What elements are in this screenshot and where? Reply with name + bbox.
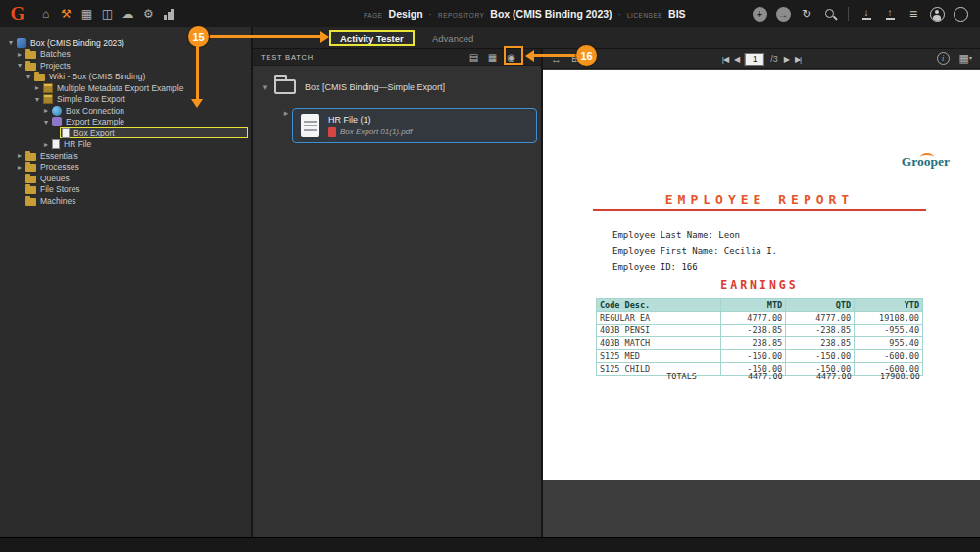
tree-item-simple-box-export[interactable]: ▾ Simple Box Export	[0, 94, 251, 106]
tree-item-processes[interactable]: ▸ Processes	[0, 162, 251, 174]
batch-folder-label: Box [CMIS Binding—Simple Export]	[305, 82, 445, 92]
batches-icon[interactable]: ▦	[76, 3, 97, 25]
view-layout-icon[interactable]: ▦▾	[959, 52, 972, 65]
previous-page-icon[interactable]: ◀	[734, 55, 739, 64]
tree-item-label: HR File	[61, 139, 94, 149]
expander-icon[interactable]: ▸	[32, 83, 42, 92]
toolbar-divider	[848, 7, 849, 21]
batch-structure-icon[interactable]: ▤	[467, 51, 480, 64]
expander-icon[interactable]: ▸	[41, 106, 51, 115]
tree-item-label: Export Example	[63, 117, 127, 126]
help-icon[interactable]	[952, 5, 970, 24]
totals-qtd: 4477.00	[786, 372, 855, 381]
tree-item-export-example[interactable]: ▾ Export Example	[0, 117, 251, 128]
top-actions: + → ↻ ↓ ↑ ≡	[748, 5, 972, 24]
batch-file-row: ▸ HR File (1) Box Export 01(1).pdf	[280, 108, 537, 143]
tab-advanced[interactable]: Advanced	[423, 30, 482, 46]
breadcrumb: PAGE Design · REPOSITORY Box (CMIS Bindi…	[364, 8, 686, 20]
tree-item-label: Batches	[37, 49, 74, 59]
expander-icon[interactable]: ▸	[15, 50, 24, 59]
refresh-icon[interactable]: ↻	[798, 5, 816, 24]
header-qtd: QTD	[786, 299, 855, 312]
table-row: REGULAR EA4777.004777.0019108.00	[597, 312, 923, 325]
employee-id: Employee ID: 166	[612, 259, 777, 275]
first-page-icon[interactable]: |◀	[722, 55, 728, 64]
tree-item-box-connection[interactable]: ▸ Box Connection	[0, 105, 251, 117]
add-circle-icon[interactable]: +	[751, 5, 769, 24]
annotation-arrowhead-15-down	[191, 99, 203, 108]
test-batch-panel: TEST BATCH ▤ ▦ ◉ ▾ Box [CMIS Binding—Sim…	[253, 49, 543, 537]
tree-item-wiki-box-cmis-binding[interactable]: ▾ Wiki - Box (CMIS Binding)	[0, 72, 251, 83]
page-total-label: /3	[770, 54, 778, 64]
user-icon[interactable]	[928, 5, 947, 24]
expander-icon[interactable]: ▸	[15, 163, 24, 172]
expander-icon[interactable]: ▾	[24, 73, 33, 81]
tree-item-box-export-selected[interactable]: Box Export	[0, 127, 251, 139]
expander-icon[interactable]: ▾	[6, 38, 16, 47]
expander-icon[interactable]: ▸	[280, 108, 292, 118]
thumbnails-icon[interactable]: ▦	[486, 51, 499, 64]
tree-item-file-stores[interactable]: File Stores	[0, 184, 251, 196]
tree-item-label: Box Export	[71, 128, 118, 138]
folder-icon	[25, 164, 36, 172]
table-row: S125 MED-150.00-150.00-600.00	[597, 350, 923, 363]
page-label: PAGE	[364, 12, 383, 19]
download-icon[interactable]: ↓	[858, 5, 876, 24]
tree-item-projects[interactable]: ▾ Projects	[0, 60, 251, 72]
page-value: Design	[389, 8, 423, 20]
folder-icon	[25, 63, 36, 71]
licensee-value: BIS	[668, 8, 686, 20]
expander-icon[interactable]: ▸	[41, 140, 51, 149]
search-icon[interactable]	[821, 5, 840, 24]
tree-item-repository-root[interactable]: ▾ Box (CMIS Binding 2023)	[0, 37, 251, 49]
table-row: 403B MATCH238.85238.85955.40	[597, 337, 923, 350]
header-mtd: MTD	[720, 299, 786, 312]
annotation-arrow-15-horizontal	[210, 35, 320, 38]
expander-icon[interactable]: ▸	[15, 151, 24, 160]
tree-item-label: File Stores	[37, 184, 83, 194]
design-tools-icon[interactable]: ⚒	[56, 3, 76, 25]
settings-icon[interactable]: ⚙	[138, 3, 159, 25]
batch-folder-icon	[274, 79, 296, 94]
tree-item-queues[interactable]: Queues	[0, 173, 251, 184]
expander-icon[interactable]: ▾	[32, 95, 42, 104]
last-page-icon[interactable]: ▶|	[795, 55, 801, 64]
tab-activity-tester[interactable]: Activity Tester	[329, 30, 415, 46]
batch-file-card[interactable]: HR File (1) Box Export 01(1).pdf	[292, 108, 537, 143]
annotation-arrowhead-15-right	[320, 31, 329, 43]
page-number-input[interactable]	[745, 53, 764, 66]
cloud-upload-icon[interactable]: ☁	[118, 3, 138, 25]
expander-icon[interactable]: ▾	[15, 61, 24, 70]
tab-bar: Activity Tester Advanced	[253, 27, 980, 49]
tree-item-multiple-metadata-export-example[interactable]: ▸ Multiple Metadata Export Example	[0, 82, 251, 94]
expander-icon[interactable]: ▾	[41, 118, 51, 126]
grooper-logo[interactable]: G	[8, 3, 27, 25]
next-page-icon[interactable]: ▶	[784, 55, 789, 64]
forward-circle-icon[interactable]: →	[774, 5, 793, 24]
home-icon[interactable]: ⌂	[35, 3, 56, 25]
expander-icon[interactable]: ▾	[259, 82, 270, 92]
document-page: Grooper EMPLOYEE REPORT Employee Last Na…	[543, 70, 980, 480]
batch-folder-row[interactable]: ▾ Box [CMIS Binding—Simple Export]	[259, 79, 541, 94]
info-icon[interactable]: i	[937, 52, 950, 65]
tree-item-machines[interactable]: Machines	[0, 195, 251, 207]
tree-item-essentials[interactable]: ▸ Essentials	[0, 150, 251, 162]
capture-icon[interactable]: ◫	[97, 3, 118, 25]
tree-item-label: Processes	[37, 162, 82, 172]
tree-item-hr-file[interactable]: ▸ HR File	[0, 139, 251, 151]
file-title: HR File (1)	[328, 115, 412, 125]
tree-item-label: Projects	[37, 61, 74, 71]
tree-item-label: Essentials	[37, 151, 81, 161]
file-name: Box Export 01(1).pdf	[340, 127, 412, 136]
test-batch-title: TEST BATCH	[261, 53, 314, 62]
navigation-tree-panel: ▾ Box (CMIS Binding 2023) ▸ Batches ▾ Pr…	[0, 27, 253, 537]
upload-icon[interactable]: ↑	[881, 5, 900, 24]
document-viewer-panel: ↔ ⊞ |◀ ◀ /3 ▶ ▶| i ▦▾ Grooper EMPLOYEE R…	[543, 49, 980, 537]
header-ytd: YTD	[855, 299, 923, 312]
stats-icon[interactable]	[159, 3, 179, 25]
grooper-design-window: G ⌂ ⚒ ▦ ◫ ☁ ⚙ PAGE Design · REPOSITORY B…	[0, 0, 980, 552]
tree-item-batches[interactable]: ▸ Batches	[0, 49, 251, 61]
annotation-arrow-16	[533, 54, 576, 57]
title-rule	[593, 209, 926, 211]
layers-icon[interactable]: ≡	[905, 5, 923, 24]
